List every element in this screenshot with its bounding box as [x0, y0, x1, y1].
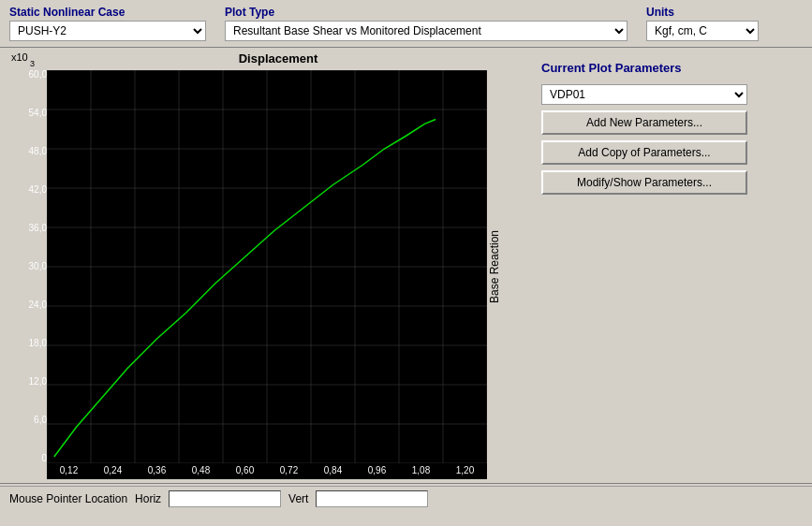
- x-tick-036: 0,36: [140, 465, 175, 475]
- y-tick-24: 24,0: [29, 300, 47, 310]
- units-label: Units: [646, 6, 759, 19]
- x-tick-084: 0,84: [316, 465, 351, 475]
- add-copy-params-button[interactable]: Add Copy of Parameters...: [541, 140, 747, 165]
- y-tick-30: 30,0: [29, 262, 47, 271]
- add-new-params-button[interactable]: Add New Parameters...: [541, 110, 747, 135]
- x-tick-096: 0,96: [360, 465, 395, 475]
- x10-power: 3: [30, 59, 35, 68]
- horiz-input[interactable]: [169, 490, 281, 507]
- mouse-pointer-label: Mouse Pointer Location: [9, 492, 127, 505]
- static-case-label: Static Nonlinear Case: [9, 6, 206, 19]
- bottom-divider: [0, 483, 812, 484]
- units-select[interactable]: Kgf, cm, C: [646, 21, 759, 41]
- status-bar: Mouse Pointer Location Horiz Vert: [0, 486, 812, 511]
- chart-area: x10 3 Displacement 60,0 54,0 48,0 42,0 3…: [7, 51, 532, 479]
- top-bar: Static Nonlinear Case PUSH-Y2 Plot Type …: [0, 0, 812, 47]
- y-tick-18: 18,0: [29, 339, 47, 348]
- chart-title-row: x10 3 Displacement: [7, 51, 532, 68]
- right-panel-title: Current Plot Parameters: [541, 61, 805, 75]
- plot-type-label: Plot Type: [225, 6, 627, 19]
- modify-show-params-button[interactable]: Modify/Show Parameters...: [541, 170, 747, 195]
- static-case-group: Static Nonlinear Case PUSH-Y2: [9, 6, 206, 41]
- x-tick-012: 0,12: [52, 465, 87, 475]
- x10-label: x10: [11, 51, 28, 63]
- chart-inner-row: 60,0 54,0 48,0 42,0 36,0 30,0 24,0 18,0 …: [7, 70, 532, 463]
- x-axis-ticks-container: 0,12 0,24 0,36 0,48 0,60 0,72 0,84 0,96 …: [47, 463, 487, 479]
- chart-title: Displacement: [52, 51, 504, 66]
- static-case-select[interactable]: PUSH-Y2: [9, 21, 206, 41]
- x-tick-060: 0,60: [228, 465, 263, 475]
- y-tick-48: 48,0: [29, 147, 47, 156]
- units-group: Units Kgf, cm, C: [646, 6, 759, 41]
- vert-label: Vert: [288, 492, 308, 505]
- y-tick-54: 54,0: [29, 109, 47, 118]
- x-tick-108: 1,08: [404, 465, 439, 475]
- y-tick-60: 60,0: [29, 70, 47, 80]
- main-area: x10 3 Displacement 60,0 54,0 48,0 42,0 3…: [0, 48, 812, 483]
- horiz-label: Horiz: [135, 492, 161, 505]
- x-tick-024: 0,24: [96, 465, 131, 475]
- plot-type-select[interactable]: Resultant Base Shear vs Monitored Displa…: [225, 21, 627, 41]
- x-ticks-row: 0,12 0,24 0,36 0,48 0,60 0,72 0,84 0,96 …: [47, 463, 487, 479]
- y-axis-wrapper: 60,0 54,0 48,0 42,0 36,0 30,0 24,0 18,0 …: [7, 70, 47, 463]
- y-tick-36: 36,0: [29, 224, 47, 233]
- x-tick-120: 1,20: [448, 465, 483, 475]
- x-tick-048: 0,48: [184, 465, 219, 475]
- y-tick-6: 6,0: [34, 416, 47, 425]
- y-axis-label: Base Reaction: [487, 70, 502, 463]
- y-tick-12: 12,0: [29, 377, 47, 387]
- plot-type-group: Plot Type Resultant Base Shear vs Monito…: [225, 6, 627, 41]
- x-tick-072: 0,72: [272, 465, 307, 475]
- chart-canvas: [47, 70, 487, 463]
- y-tick-42: 42,0: [29, 185, 47, 195]
- current-params-select[interactable]: VDP01: [541, 84, 747, 105]
- vert-input[interactable]: [316, 490, 428, 507]
- right-panel: Current Plot Parameters VDP01 Add New Pa…: [541, 51, 805, 479]
